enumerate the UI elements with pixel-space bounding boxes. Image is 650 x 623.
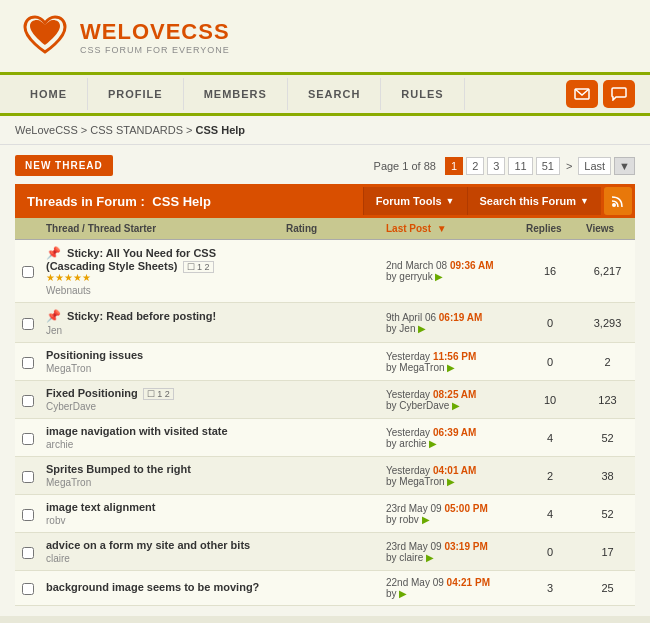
thread-checkbox[interactable] [22,509,34,521]
last-post-date: Yesterday 06:39 AM [386,427,476,438]
th-thread[interactable]: Thread / Thread Starter [40,218,280,239]
breadcrumb-standards[interactable]: CSS STANDARDS [90,124,183,136]
thread-checkbox[interactable] [22,547,34,559]
logo-icon [20,12,70,62]
row-lastpost: 9th April 06 06:19 AM by Jen ▶ [380,303,520,342]
thread-checkbox[interactable] [22,266,34,278]
forum-search-button[interactable]: Search this Forum ▼ [467,187,602,215]
page-last[interactable]: Last [578,157,611,175]
breadcrumb: WeLoveCSS > CSS STANDARDS > CSS Help [0,116,650,145]
user-arrow: ▶ [426,552,434,563]
user-arrow: ▶ [399,588,407,599]
row-views: 25 [580,571,635,605]
row-views: 123 [580,381,635,418]
row-views: 52 [580,495,635,532]
page-11[interactable]: 11 [508,157,532,175]
row-checkbox[interactable] [15,495,40,532]
page-2[interactable]: 2 [466,157,484,175]
thread-title[interactable]: Positioning issues [46,349,143,361]
last-post-time: 05:00 PM [444,503,487,514]
row-replies: 0 [520,533,580,570]
page-label: Page 1 of 88 [374,160,436,172]
thread-title[interactable]: image text alignment [46,501,155,513]
th-lastpost[interactable]: Last Post ▼ [380,218,520,239]
rating-stars: ★★★★★ [46,272,91,283]
rss-button[interactable] [604,187,632,215]
row-rating [280,381,380,418]
row-rating [280,419,380,456]
chat-icon-button[interactable] [603,80,635,108]
nav-icons [561,75,640,113]
thread-checkbox[interactable] [22,395,34,407]
row-rating [280,495,380,532]
page-51[interactable]: 51 [536,157,560,175]
table-row: 📌 Sticky: All You Need for CSS (Cascadin… [15,240,635,303]
row-checkbox[interactable] [15,533,40,570]
last-post-user: by claire ▶ [386,552,434,563]
th-checkbox [15,218,40,239]
chat-icon [611,87,627,101]
user-arrow: ▶ [422,514,430,525]
thread-title[interactable]: Sticky: Read before posting! [67,310,216,322]
thread-checkbox[interactable] [22,433,34,445]
last-post-user: by robv ▶ [386,514,430,525]
row-replies: 0 [520,303,580,342]
page-next[interactable]: > [563,158,575,174]
last-post-user: by ▶ [386,588,407,599]
last-post-time: 03:19 PM [444,541,487,552]
thread-checkbox[interactable] [22,583,34,595]
row-lastpost: Yesterday 04:01 AM by MegaTron ▶ [380,457,520,494]
nav-search[interactable]: SEARCH [288,78,381,110]
last-post-date: 22nd May 09 04:21 PM [386,577,490,588]
row-replies: 3 [520,571,580,605]
sort-arrow: ▼ [437,223,447,234]
row-checkbox[interactable] [15,381,40,418]
user-arrow: ▶ [447,362,455,373]
thread-checkbox[interactable] [22,471,34,483]
nav-rules[interactable]: RULES [381,78,464,110]
thread-title-line: image text alignment [46,501,155,513]
thread-checkbox[interactable] [22,357,34,369]
thread-checkbox[interactable] [22,318,34,330]
thread-starter: archie [46,439,73,450]
new-thread-button[interactable]: NEW THREAD [15,155,113,176]
forum-title-prefix: Threads in Forum : [27,194,145,209]
row-checkbox[interactable] [15,571,40,605]
thread-info: background image seems to be moving? [40,571,280,605]
row-checkbox[interactable] [15,343,40,380]
row-replies: 4 [520,495,580,532]
multi-page: ☐ 1 2 [143,388,174,400]
last-post-date: Yesterday 08:25 AM [386,389,476,400]
nav-members[interactable]: MEMBERS [184,78,288,110]
header: WELOVECSS CSS FORUM FOR EVERYONE [0,0,650,75]
thread-title-line: 📌 Sticky: Read before posting! [46,309,216,323]
row-lastpost: 23rd May 09 05:00 PM by robv ▶ [380,495,520,532]
breadcrumb-home[interactable]: WeLoveCSS [15,124,78,136]
page-3[interactable]: 3 [487,157,505,175]
mail-icon-button[interactable] [566,80,598,108]
thread-title[interactable]: Sprites Bumped to the right [46,463,191,475]
row-checkbox[interactable] [15,303,40,342]
th-rating: Rating [280,218,380,239]
thread-title[interactable]: image navigation with visited state [46,425,228,437]
nav-home[interactable]: HOME [10,78,88,110]
thread-info: Positioning issues MegaTron [40,343,280,380]
row-checkbox[interactable] [15,457,40,494]
user-arrow: ▶ [452,400,460,411]
logo: WELOVECSS CSS FORUM FOR EVERYONE [20,12,230,62]
row-checkbox[interactable] [15,419,40,456]
page-dropdown-arrow[interactable]: ▼ [614,157,635,175]
thread-title[interactable]: background image seems to be moving? [46,581,259,593]
site-title: WELOVECSS [80,19,230,45]
multi-page: ☐ 1 2 [183,261,214,273]
thread-info: 📌 Sticky: All You Need for CSS (Cascadin… [40,240,280,302]
thread-title[interactable]: Fixed Positioning [46,387,138,399]
page-1[interactable]: 1 [445,157,463,175]
navigation: HOME PROFILE MEMBERS SEARCH RULES [0,75,650,116]
last-post-time: 06:39 AM [433,427,477,438]
row-checkbox[interactable] [15,240,40,302]
forum-tools-button[interactable]: Forum Tools ▼ [363,187,467,215]
nav-profile[interactable]: PROFILE [88,78,184,110]
table-row: Sprites Bumped to the right MegaTron Yes… [15,457,635,495]
thread-title[interactable]: advice on a form my site and other bits [46,539,250,551]
